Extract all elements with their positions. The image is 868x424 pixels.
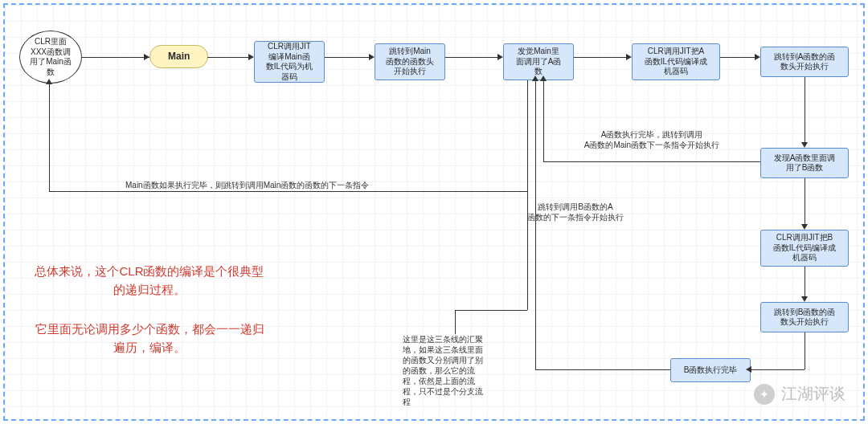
node-clr-xxx: CLR里面XXX函数调用了Main函数 xyxy=(19,31,82,84)
node-jump-a: 跳转到A函数的函数头开始执行 xyxy=(760,47,849,77)
node-main: Main xyxy=(149,45,208,68)
label-main-done: Main函数如果执行完毕，则跳转到调用Main函数的函数的下一条指令 xyxy=(125,180,415,190)
node-jump-main: 跳转到Main函数的函数头开始执行 xyxy=(375,43,445,80)
label-a-done: A函数执行完毕，跳转到调用A函数的Main函数下一条指令开始执行 xyxy=(567,129,736,150)
node-found-a: 发觉Main里面调用了A函数 xyxy=(503,43,574,80)
diagram-canvas: CLR里面XXX函数调用了Main函数 Main CLR调用JIT编译Main函… xyxy=(3,3,865,421)
label-b-back: 跳转到调用B函数的A函数的下一条指令开始执行 xyxy=(511,202,640,222)
commentary-line1: 总体来说，这个CLR函数的编译是个很典型的递归过程。 xyxy=(21,262,278,300)
watermark: ✦ 江湖评谈 xyxy=(754,383,845,405)
node-jit-b: CLR调用JIT把B函数IL代码编译成机器码 xyxy=(760,230,849,267)
node-found-b: 发现A函数里面调用了B函数 xyxy=(760,148,849,178)
node-b-done: B函数执行完毕 xyxy=(670,358,751,382)
label-note: 这里是这三条线的汇聚地，如果这三条线里面的函数又分别调用了别的函数，那么它的流程… xyxy=(403,334,511,407)
node-jit-a: CLR调用JIT把A函数IL代码编译成机器码 xyxy=(632,43,720,80)
wechat-icon: ✦ xyxy=(754,384,775,405)
watermark-text: 江湖评谈 xyxy=(781,383,845,405)
node-jit-main: CLR调用JIT编译Main函数IL代码为机器码 xyxy=(254,41,325,83)
commentary-line2: 它里面无论调用多少个函数，都会一一递归遍历，编译。 xyxy=(21,320,278,357)
node-jump-b: 跳转到B函数的函数头开始执行 xyxy=(760,302,849,332)
